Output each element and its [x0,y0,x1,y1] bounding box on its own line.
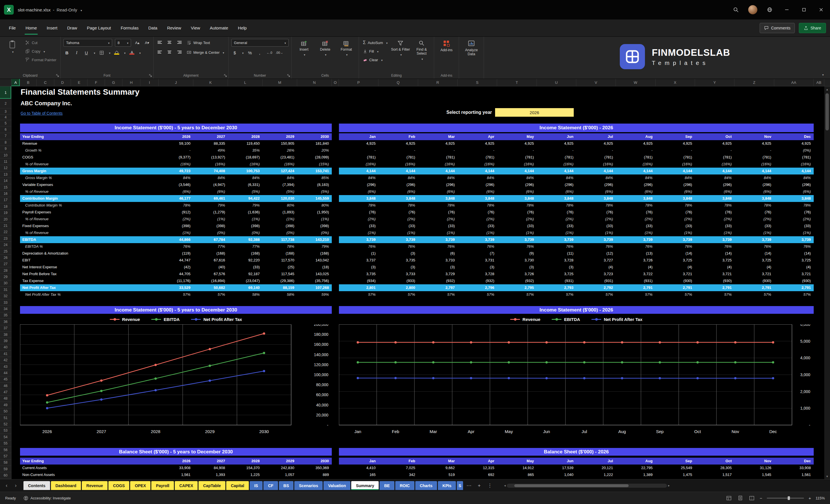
cell[interactable]: (16%) [695,161,734,168]
cell[interactable]: 889 [297,471,332,478]
decrease-decimal-button[interactable] [276,49,283,56]
cell[interactable]: 2026 [159,133,193,140]
cell[interactable]: (16%) [537,161,576,168]
cell[interactable]: 33,529 [159,284,193,291]
cell[interactable]: 20% [297,147,332,154]
cell[interactable]: 2,795 [497,284,537,291]
cell[interactable]: 3,725 [537,271,576,278]
cell[interactable]: (16%) [339,161,378,168]
cell[interactable]: 57% [576,291,616,298]
cell[interactable]: 88,159 [262,284,297,291]
cell[interactable]: (1%) [378,229,418,236]
zoom-out-button[interactable] [760,496,762,501]
cell[interactable]: (4) [734,264,774,271]
cell[interactable]: Aug [616,458,655,465]
cell[interactable]: (296) [339,181,378,188]
cell[interactable]: (40) [193,264,228,271]
align-bottom-button[interactable] [176,39,183,46]
cell[interactable]: (0%) [297,229,332,236]
cell[interactable]: (0%) [262,229,297,236]
cell[interactable]: Sep [656,133,695,140]
cell[interactable]: 80% [262,202,297,209]
row-header-27[interactable]: 27 [0,261,11,267]
cell[interactable]: 3,737 [339,257,378,264]
cell[interactable]: 4,144 [458,168,497,175]
cell[interactable]: (18) [297,264,332,271]
sheet-tab-summary[interactable]: Summary [351,481,379,490]
column-header-N[interactable]: N [297,79,332,86]
cell[interactable]: 3,731 [458,257,497,264]
cell[interactable]: 14,912 [497,465,537,471]
cell[interactable]: 3,721 [774,271,814,278]
cell[interactable]: Growth % [20,147,159,154]
cell[interactable]: - [616,147,655,154]
row-header-42[interactable]: 42 [0,357,11,363]
sheet-tab-cogs[interactable]: COGS [108,481,129,490]
zoom-slider[interactable] [767,498,804,499]
cell[interactable]: 3,739 [576,236,616,243]
cell[interactable]: - [339,147,378,154]
cell[interactable]: Dec [774,133,814,140]
cell[interactable]: (3,546) [159,181,193,188]
cell[interactable]: 4,144 [616,168,655,175]
cell[interactable]: 2028 [228,458,262,465]
cell[interactable]: Net Profit After Tax [20,284,159,291]
cell[interactable]: 78% [537,202,576,209]
cell[interactable]: Jan [339,133,378,140]
cell[interactable]: (933) [378,278,418,284]
number-format-select[interactable]: General [231,39,289,46]
cell[interactable]: 117,738 [262,236,297,243]
zoom-slider-thumb[interactable] [788,496,790,500]
cell[interactable]: 3,848 [458,195,497,202]
cell[interactable]: Apr [458,458,497,465]
cell[interactable]: (912) [159,209,193,216]
sheet-tab-opex[interactable]: OPEX [130,481,151,490]
row-header-36[interactable]: 36 [0,319,11,325]
sheet-tab-captable[interactable]: CapTable [198,481,225,490]
cell[interactable]: 57% [378,291,418,298]
cell[interactable]: 9,662 [418,465,458,471]
cell[interactable]: 84% [497,175,537,181]
cell[interactable]: 3,848 [656,195,695,202]
cell[interactable]: 31,126 [734,465,774,471]
cell[interactable]: (3) [378,250,418,257]
cell[interactable]: 4,925 [695,140,734,147]
cell[interactable]: - [656,147,695,154]
font-size-select[interactable]: 8 [115,39,131,46]
cell[interactable]: - [458,147,497,154]
cell[interactable]: 57% [339,291,378,298]
cell[interactable]: 3,739 [616,236,655,243]
maximize-button[interactable] [799,5,809,14]
menu-home[interactable]: Home [21,20,42,36]
cell[interactable]: 17,539 [537,465,576,471]
cell[interactable]: (16%) [159,161,193,168]
cell[interactable]: 2028 [228,133,262,140]
cell[interactable]: (14) [695,250,734,257]
find-select-button[interactable]: Find & Select [412,39,431,61]
cell[interactable]: 84% [537,175,576,181]
cell[interactable]: 117,570 [262,257,297,264]
scroll-down-icon[interactable]: ▾ [826,473,828,479]
sheet-tab-contents[interactable]: Contents [24,481,50,490]
row-header-31[interactable]: 31 [0,287,11,293]
cell[interactable]: Jun [537,133,576,140]
fill-color-button[interactable] [113,49,120,56]
cell[interactable]: 84% [734,175,774,181]
underline-button[interactable]: U [83,49,90,56]
cell[interactable]: 57% [774,291,814,298]
sheet-tab-capex[interactable]: CAPEX [175,481,198,490]
sheet-tab-capital[interactable]: Capital [226,481,249,490]
cell[interactable]: (16%) [378,161,418,168]
cell[interactable]: (2%) [616,216,655,223]
cell[interactable]: (14) [774,250,814,257]
row-header-24[interactable]: 24 [0,242,11,248]
row-header-53[interactable]: 53 [0,428,11,434]
cell[interactable]: 76% [695,243,734,250]
menu-review[interactable]: Review [162,20,186,36]
cell[interactable]: 153,741 [297,168,332,175]
add-sheet-button[interactable] [475,482,484,490]
column-header-G[interactable]: G [105,79,122,86]
column-header-B[interactable]: B [20,79,37,86]
column-header-E[interactable]: E [71,79,88,86]
cell[interactable]: (13) [616,250,655,257]
